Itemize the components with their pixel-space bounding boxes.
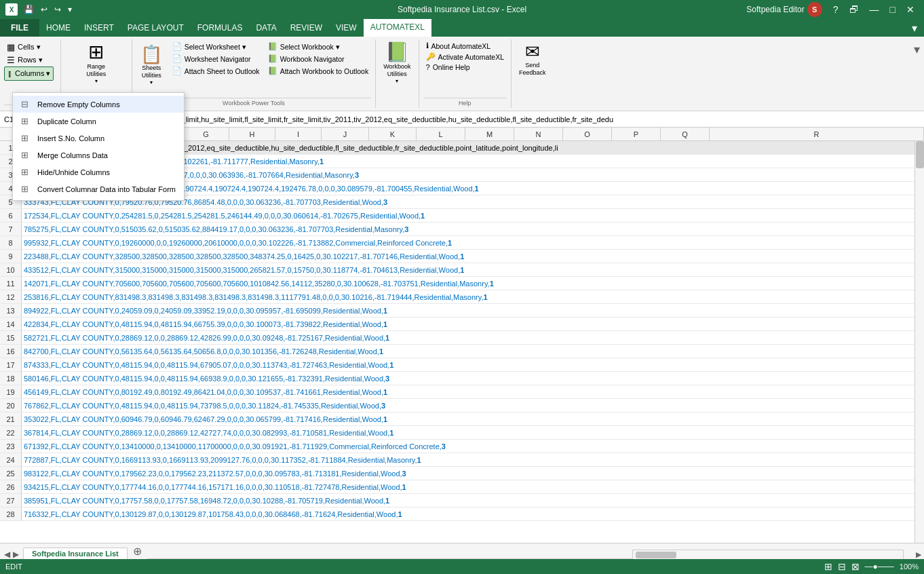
menu-insert[interactable]: INSERT: [77, 19, 121, 37]
sheet-tab-insurance[interactable]: Softpedia Insurance List: [23, 548, 128, 559]
data-cell[interactable]: 716332,FL,CLAY COUNTY,0,130129.87,0,0,13…: [22, 508, 924, 520]
table-row: 19 456149,FL,CLAY COUNTY,0,80192.49,0,80…: [0, 385, 924, 399]
row-number: 9: [0, 250, 22, 263]
file-tab[interactable]: FILE: [0, 19, 39, 37]
row-number: 19: [0, 385, 22, 398]
data-cell[interactable]: 842700,FL,CLAY COUNTY,0,56135.64,0,56135…: [22, 345, 924, 358]
hide-unhide-item[interactable]: ⊞ Hide/Unhide Columns: [13, 164, 184, 180]
zoom-slider[interactable]: —●——: [865, 562, 894, 571]
excel-icon: X: [5, 3, 18, 16]
data-cell[interactable]: 353022,FL,CLAY COUNTY,0,60946.79,0,60946…: [22, 413, 924, 425]
edit-mode: EDIT: [5, 562, 22, 571]
ribbon-group-feedback: ✉ SendFeedback: [512, 39, 554, 108]
table-row: 20 767862,FL,CLAY COUNTY,0,48115.94,0,0,…: [0, 399, 924, 413]
insert-sno-column-item[interactable]: ⊞ Insert S.No. Column: [13, 130, 184, 147]
row-number: 27: [0, 494, 22, 507]
vertical-scrollbar[interactable]: [915, 141, 924, 543]
attach-workbook-outlook-btn[interactable]: 📗 Attach Workbook to Outlook: [265, 65, 372, 77]
redo-btn[interactable]: ↪: [52, 5, 63, 14]
data-cell[interactable]: 894922,FL,CLAY COUNTY,0,24059.09,0,24059…: [22, 304, 924, 317]
workbook-utilities-btn[interactable]: 📗 WorkbookUtilities ▾: [380, 41, 414, 86]
attach-sheet-outlook-btn[interactable]: 📄 Attach Sheet to Outlook: [170, 65, 263, 77]
data-cell[interactable]: 995932,FL,CLAY COUNTY,0,19260000,0,0,192…: [22, 236, 924, 249]
table-row: 15 582721,FL,CLAY COUNTY,0,28869.12,0,0,…: [0, 331, 924, 345]
data-cell[interactable]: 367814,FL,CLAY COUNTY,0,28869.12,0,0,288…: [22, 426, 924, 439]
data-cell[interactable]: 456149,FL,CLAY COUNTY,0,80192.49,0,80192…: [22, 385, 924, 398]
data-cell[interactable]: 767862,FL,CLAY COUNTY,0,48115.94,0,0,481…: [22, 399, 924, 412]
ribbon-collapse-arrow[interactable]: ▾: [910, 39, 924, 108]
data-cell[interactable]: 253816,FL,CLAY COUNTY,831498.3,831498.3,…: [22, 290, 924, 303]
data-cell[interactable]: 772887,FL,CLAY COUNTY,0,1669113.93,0,166…: [22, 453, 924, 466]
range-utilities-btn[interactable]: ⊞ RangeUtilities ▾: [81, 41, 111, 86]
worksheet-column: 📄 Select Worksheet ▾ 📄 Worksheet Navigat…: [170, 41, 263, 77]
merge-columns-item[interactable]: ⊞ Merge Columns Data: [13, 147, 184, 164]
columns-btn[interactable]: ⫿ Columns ▾: [4, 66, 54, 81]
data-cell[interactable]: 983122,FL,CLAY COUNTY,0,179562.23,0,0,17…: [22, 467, 924, 480]
table-row: 6 172534,FL,CLAY COUNTY,0,254281.5,0,254…: [0, 209, 924, 223]
row-number: 12: [0, 290, 22, 303]
menu-page-layout[interactable]: PAGE LAYOUT: [121, 19, 191, 37]
sheets-utilities-btn[interactable]: 📋 SheetsUtilities ▾: [136, 43, 167, 88]
data-cell[interactable]: 874333,FL,CLAY COUNTY,0,48115.94,0,0,481…: [22, 358, 924, 371]
activate-automatexl-btn[interactable]: 🔑 Activate AutomateXL: [423, 52, 507, 62]
table-row: 9 223488,FL,CLAY COUNTY,328500,328500,32…: [0, 250, 924, 263]
row-number: 17: [0, 358, 22, 371]
data-cell[interactable]: 385951,FL,CLAY COUNTY,0,17757.58,0,0,177…: [22, 494, 924, 507]
menu-automatexl[interactable]: AUTOMATEXL: [364, 19, 431, 37]
close-btn[interactable]: ✕: [902, 4, 919, 15]
worksheet-navigator-btn[interactable]: 📄 Worksheet Navigator: [170, 53, 263, 64]
table-row: 27 385951,FL,CLAY COUNTY,0,17757.58,0,0,…: [0, 494, 924, 508]
data-cell[interactable]: 934215,FL,CLAY COUNTY,0,177744.16,0,0,17…: [22, 480, 924, 493]
menu-review[interactable]: REVIEW: [284, 19, 329, 37]
window-controls: ? 🗗 — □ ✕: [829, 4, 919, 15]
select-worksheet-btn[interactable]: 📄 Select Worksheet ▾: [170, 41, 263, 52]
undo-btn[interactable]: ↩: [39, 5, 50, 14]
data-cell[interactable]: 172534,FL,CLAY COUNTY,0,254281.5,0,25428…: [22, 209, 924, 222]
data-cell[interactable]: 582721,FL,CLAY COUNTY,0,28869.12,0,0,288…: [22, 331, 924, 344]
data-cell[interactable]: 142071,FL,CLAY COUNTY,705600,705600,7056…: [22, 277, 924, 290]
scrollbar-thumb[interactable]: [916, 141, 924, 168]
maximize-btn[interactable]: □: [886, 4, 900, 15]
cells-btn[interactable]: ▦ Cells ▾: [4, 41, 43, 54]
workbook-navigator-btn[interactable]: 📗 Workbook Navigator: [265, 53, 372, 64]
customize-btn[interactable]: ▾: [66, 5, 74, 14]
restore-btn[interactable]: 🗗: [845, 4, 863, 15]
data-cell[interactable]: 671392,FL,CLAY COUNTY,0,13410000,0,13410…: [22, 440, 924, 453]
online-help-btn[interactable]: ? Online Help: [423, 62, 507, 72]
quick-access-toolbar: 💾 ↩ ↪ ▾: [22, 5, 74, 14]
about-automatexl-btn[interactable]: ℹ About AutomateXL: [423, 41, 507, 51]
col-header-o: O: [563, 128, 612, 140]
menu-home[interactable]: HOME: [39, 19, 77, 37]
menu-formulas[interactable]: FORMULAS: [191, 19, 250, 37]
send-feedback-btn[interactable]: ✉ SendFeedback: [516, 41, 550, 79]
sheet-nav-prev[interactable]: ◀: [4, 550, 10, 559]
ribbon-collapse-btn[interactable]: ▾: [905, 19, 924, 37]
scroll-right-btn[interactable]: ▶: [913, 550, 924, 559]
data-cell[interactable]: 422834,FL,CLAY COUNTY,0,48115.94,0,48115…: [22, 318, 924, 330]
rows-btn[interactable]: ☰ Rows ▾: [4, 54, 45, 66]
minimize-btn[interactable]: —: [866, 4, 883, 15]
row-number: 14: [0, 318, 22, 330]
convert-columnar-item[interactable]: ⊞ Convert Columnar Data into Tabular For…: [13, 180, 184, 197]
menu-data[interactable]: DATA: [249, 19, 283, 37]
horizontal-scrollbar-thumb[interactable]: [636, 552, 676, 558]
page-break-btn[interactable]: ⊠: [851, 561, 860, 572]
help-btn[interactable]: ?: [829, 4, 843, 15]
remove-empty-columns-item[interactable]: ⊟ Remove Empty Columns: [13, 96, 184, 113]
normal-view-btn[interactable]: ⊞: [824, 561, 832, 572]
data-area: 1 hu_site_limit,fl_site_limit,fr_site_li…: [0, 141, 924, 543]
data-cell[interactable]: 580146,FL,CLAY COUNTY,0,48115.94,0,0,481…: [22, 372, 924, 385]
data-cell[interactable]: 433512,FL,CLAY COUNTY,315000,315000,3150…: [22, 263, 924, 276]
data-cell[interactable]: 223488,FL,CLAY COUNTY,328500,328500,3285…: [22, 250, 924, 263]
sheet-nav-next[interactable]: ▶: [13, 550, 19, 559]
duplicate-column-item[interactable]: ⊞ Duplicate Column: [13, 113, 184, 130]
menu-view[interactable]: VIEW: [329, 19, 364, 37]
add-sheet-btn[interactable]: ⊕: [128, 543, 147, 559]
table-row: 7 785275,FL,CLAY COUNTY,0,515035.62,0,51…: [0, 223, 924, 236]
formula-content[interactable]: policyID,statecode,county,eq_site_limit,…: [68, 115, 924, 123]
save-btn[interactable]: 💾: [22, 5, 36, 14]
row-number: 22: [0, 426, 22, 439]
data-cell[interactable]: 785275,FL,CLAY COUNTY,0,515035.62,0,5150…: [22, 223, 924, 235]
select-workbook-btn[interactable]: 📗 Select Workbook ▾: [265, 41, 372, 52]
page-layout-btn[interactable]: ⊟: [838, 561, 846, 572]
